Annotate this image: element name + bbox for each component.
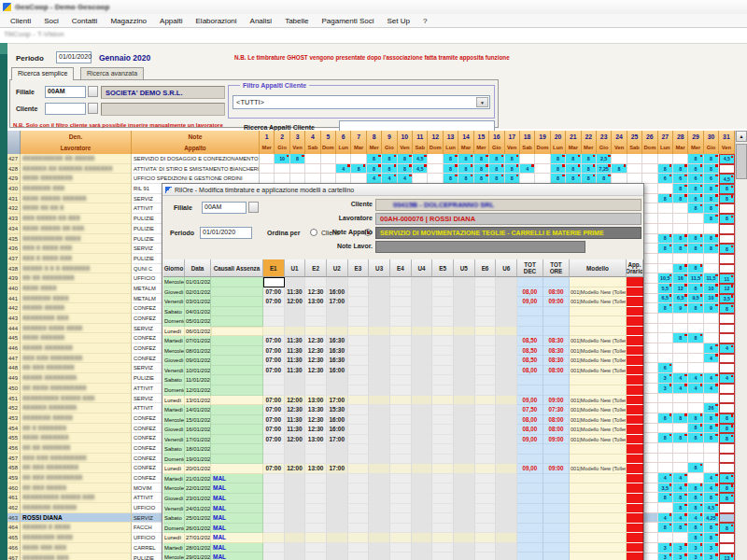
timesheet-row[interactable]: Giovedì09/01/202007:0011:3012:3016:3008,… [163, 356, 643, 366]
time-cell[interactable] [327, 494, 348, 504]
day-column-header[interactable]: 30Gio [704, 131, 719, 154]
day-cell[interactable]: 6 [688, 174, 703, 184]
time-cell[interactable] [475, 543, 497, 553]
time-cell[interactable] [475, 385, 497, 396]
time-cell[interactable] [432, 524, 454, 534]
time-cell[interactable]: 07:00 [263, 415, 285, 426]
time-cell[interactable]: 13:30 [305, 405, 327, 415]
time-cell[interactable] [369, 405, 390, 415]
causale-cell[interactable] [211, 316, 263, 327]
filiale-input[interactable]: 00AM [45, 86, 86, 98]
time-cell[interactable] [496, 444, 517, 455]
time-cell[interactable] [475, 474, 497, 484]
timesheet-row[interactable]: Sabato25/01/2020MAL [163, 513, 643, 524]
day-cell[interactable] [673, 324, 688, 334]
timesheet-col-header-u6[interactable]: U6 [496, 259, 517, 277]
day-cell[interactable] [535, 154, 550, 164]
tab-ricerca-semplice[interactable]: Ricerca semplice [11, 67, 74, 80]
timesheet-col-header-e2[interactable]: E2 [305, 259, 327, 277]
time-cell[interactable] [412, 533, 433, 543]
time-cell[interactable] [348, 405, 370, 415]
day-cell[interactable]: 8 [704, 413, 719, 424]
time-cell[interactable] [327, 533, 348, 543]
day-cell[interactable]: 8 [704, 184, 719, 194]
time-cell[interactable] [390, 435, 412, 445]
day-cell[interactable]: 8 [458, 164, 473, 175]
column-header-lavoratore[interactable]: Den.Lavoratore [21, 131, 132, 154]
time-cell[interactable] [285, 543, 306, 553]
day-cell[interactable]: 9,5 [688, 294, 703, 304]
causale-cell[interactable] [211, 346, 263, 357]
timesheet-row[interactable]: Giovedì02/01/202007:0011:3012:3016:0008,… [163, 287, 643, 298]
day-cell[interactable] [642, 314, 657, 324]
time-cell[interactable] [305, 483, 327, 494]
time-cell[interactable] [432, 543, 454, 553]
time-cell[interactable] [432, 455, 454, 465]
time-cell[interactable] [475, 533, 497, 543]
day-cell[interactable] [688, 224, 703, 234]
day-cell[interactable]: 8 [658, 433, 673, 443]
time-cell[interactable]: 07:00 [263, 425, 285, 435]
menu-item--[interactable]: ? [416, 17, 433, 25]
time-cell[interactable] [263, 513, 285, 524]
day-cell[interactable]: 4 [704, 354, 719, 364]
day-cell[interactable] [673, 533, 688, 543]
causale-cell[interactable] [211, 375, 263, 385]
time-cell[interactable]: 11:30 [285, 346, 306, 357]
time-cell[interactable] [285, 524, 306, 534]
timesheet-row[interactable]: Lunedì20/01/202007:0012:0013:0017:0009,0… [163, 464, 643, 474]
causale-cell[interactable]: MAL [211, 504, 263, 514]
time-cell[interactable]: 12:30 [305, 287, 327, 298]
time-cell[interactable] [412, 543, 433, 553]
day-cell[interactable] [673, 214, 688, 224]
time-cell[interactable] [496, 533, 517, 543]
time-cell[interactable]: 07:00 [263, 297, 285, 307]
worker-row[interactable]: 427XXXXXXXXXX XX XXXXXSERVIZIO DI DOSAGG… [7, 154, 735, 164]
time-cell[interactable] [327, 385, 348, 396]
day-cell[interactable] [658, 403, 673, 413]
time-cell[interactable] [412, 356, 433, 366]
time-cell[interactable] [475, 405, 497, 415]
time-cell[interactable] [305, 513, 327, 524]
time-cell[interactable] [263, 307, 285, 317]
day-cell[interactable]: 8 [688, 194, 703, 204]
day-cell[interactable]: 4 [719, 343, 734, 354]
day-cell[interactable]: 8 [658, 523, 673, 533]
day-cell[interactable] [642, 463, 657, 473]
time-cell[interactable] [369, 375, 390, 385]
day-cell[interactable] [673, 394, 688, 404]
day-column-header[interactable]: 23Gio [597, 131, 612, 154]
time-cell[interactable] [369, 287, 390, 298]
day-cell[interactable] [658, 184, 673, 194]
time-cell[interactable] [369, 533, 390, 543]
time-cell[interactable] [496, 435, 517, 445]
timesheet-row[interactable]: Lunedì27/01/2020MAL [163, 533, 643, 543]
day-cell[interactable]: 4 [688, 384, 703, 394]
day-cell[interactable]: 8 [458, 154, 473, 164]
day-cell[interactable]: 8 [688, 433, 703, 443]
day-cell[interactable] [719, 403, 734, 413]
time-cell[interactable] [285, 483, 306, 494]
time-cell[interactable] [369, 396, 390, 406]
time-cell[interactable] [412, 336, 433, 346]
day-cell[interactable]: 3 [658, 553, 673, 560]
time-cell[interactable]: 17:00 [327, 297, 348, 307]
day-cell[interactable]: 4,5 [704, 503, 719, 513]
time-cell[interactable] [263, 327, 285, 337]
time-cell[interactable] [454, 455, 475, 465]
time-cell[interactable] [390, 375, 412, 385]
day-cell[interactable]: 3 [673, 543, 688, 553]
time-cell[interactable] [348, 316, 370, 327]
day-cell[interactable] [688, 443, 703, 454]
causale-cell[interactable] [211, 405, 263, 415]
timesheet-row[interactable]: Domenica05/01/2020 [163, 316, 643, 327]
time-cell[interactable] [327, 277, 348, 287]
day-cell[interactable]: 4,5 [413, 154, 428, 164]
time-cell[interactable] [390, 277, 412, 287]
day-cell[interactable]: 8 [444, 164, 458, 175]
time-cell[interactable] [432, 327, 454, 337]
time-cell[interactable] [305, 375, 327, 385]
day-cell[interactable] [642, 424, 657, 434]
day-cell[interactable] [719, 164, 734, 175]
time-cell[interactable] [475, 483, 497, 494]
